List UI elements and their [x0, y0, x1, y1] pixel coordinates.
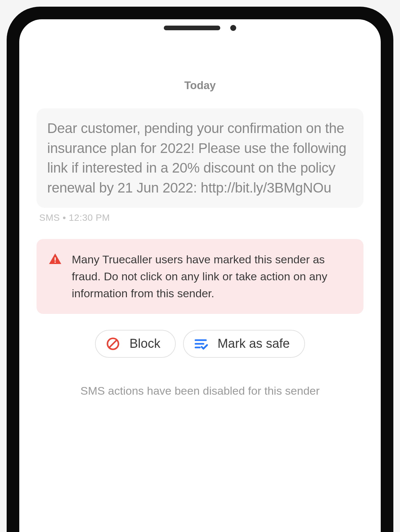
svg-line-3 — [109, 340, 117, 347]
svg-rect-1 — [54, 261, 55, 262]
svg-rect-0 — [54, 257, 55, 261]
phone-device-frame: Today Dear customer, pending your confir… — [7, 7, 393, 532]
date-divider-label: Today — [37, 79, 363, 92]
sms-message-text: Dear customer, pending your confirmation… — [47, 118, 353, 198]
warning-triangle-icon — [49, 252, 62, 266]
message-thread-content: Today Dear customer, pending your confir… — [19, 63, 381, 397]
block-icon — [106, 336, 120, 351]
front-camera — [230, 25, 236, 31]
speaker-slot — [164, 26, 220, 30]
mark-safe-button[interactable]: Mark as safe — [183, 330, 305, 358]
block-button[interactable]: Block — [95, 330, 176, 358]
sender-action-buttons: Block Mark as safe — [37, 330, 363, 358]
sms-message-bubble[interactable]: Dear customer, pending your confirmation… — [37, 108, 363, 208]
mark-safe-button-label: Mark as safe — [218, 336, 290, 351]
actions-disabled-notice: SMS actions have been disabled for this … — [37, 384, 363, 397]
phone-notch — [164, 25, 236, 31]
phone-screen: Today Dear customer, pending your confir… — [19, 19, 381, 532]
fraud-warning-text: Many Truecaller users have marked this s… — [72, 251, 351, 302]
sms-meta-label: SMS • 12:30 PM — [37, 212, 363, 223]
block-button-label: Block — [130, 336, 160, 351]
list-check-icon — [194, 336, 208, 351]
fraud-warning-banner: Many Truecaller users have marked this s… — [37, 239, 363, 314]
